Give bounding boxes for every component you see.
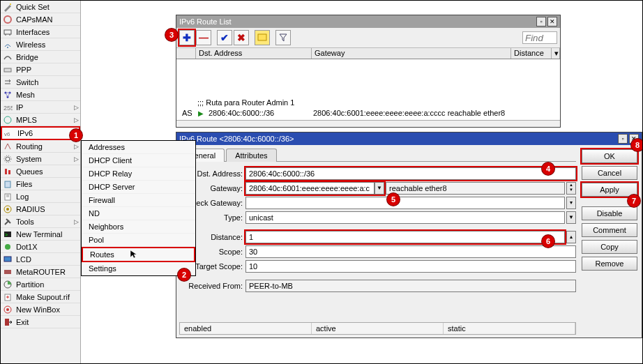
sidebar-label: Quick Set [16,3,50,11]
mesh-icon [2,89,13,100]
sidebar-item-mesh[interactable]: Mesh [1,89,80,101]
sidebar-item-new-winbox[interactable]: New WinBox [1,303,80,316]
chevron-right-icon: ▷ [74,143,79,150]
sidebar-label: Interfaces [16,28,50,36]
ok-button[interactable]: OK [582,149,637,163]
submenu-label: Firewall [89,196,115,204]
submenu-neighbors[interactable]: Neighbors [82,220,195,234]
sidebar-item-ipv6[interactable]: v6IPv6▷ [1,126,80,140]
sidebar-item-log[interactable]: Log [1,190,80,203]
gateway-input[interactable] [245,182,375,195]
sidebar-item-exit[interactable]: Exit [1,316,80,328]
route-list-toolbar: ✚ — ✔ ✖ [176,28,560,48]
sidebar-label: Tools [16,218,34,226]
disable-button[interactable]: ✖ [234,30,249,45]
submenu-dhcp-client[interactable]: DHCP Client [82,154,195,167]
check-gateway-dropdown[interactable]: ▾ [566,197,576,209]
submenu-label: DHCP Client [89,156,132,165]
submenu-pool[interactable]: Pool [82,234,195,247]
route-edit-titlebar[interactable]: IPv6 Route <2806:40c:6000::/36> ▫ ✕ [176,132,642,145]
comment-button[interactable] [255,30,270,45]
remove-button[interactable]: — [196,30,211,45]
exit-icon [2,317,13,328]
apply-button[interactable]: Apply [582,183,637,197]
submenu-firewall[interactable]: Firewall [82,194,195,207]
sidebar-item-bridge[interactable]: Bridge [1,51,80,63]
submenu-label: ND [89,209,100,218]
sidebar-item-dot1x[interactable]: Dot1X [1,241,80,253]
submenu-label: Routes [90,250,114,259]
sidebar-item-files[interactable]: Files [1,178,80,190]
type-dropdown[interactable]: ▼ [566,211,576,224]
sidebar-item-ip[interactable]: 255IP▷ [1,101,80,114]
step-badge-6: 6 [542,235,554,248]
tab-attributes[interactable]: Attributes [226,149,276,162]
dot1x-icon [2,241,13,252]
sidebar-item-wireless[interactable]: Wireless [1,38,80,51]
col-menu[interactable]: ▾ [552,48,560,59]
sidebar-item-make-supout[interactable]: Make Supout.rif [1,291,80,303]
copy-button[interactable]: Copy [582,240,637,254]
check-gateway-input[interactable] [245,197,565,209]
sidebar-label: Routing [16,142,43,151]
sidebar-item-tools[interactable]: Tools▷ [1,215,80,228]
cancel-button[interactable]: Cancel [582,166,637,180]
filter-button[interactable] [275,30,291,45]
route-row[interactable]: AS ▶ 2806:40c:6000::/36 2806:40c:6001:ee… [179,108,556,118]
add-button[interactable]: ✚ [179,30,195,45]
sidebar-item-system[interactable]: System▷ [1,153,80,165]
close-button[interactable]: ✕ [547,17,557,26]
comment-button[interactable]: Comment [582,223,637,237]
route-list-body[interactable]: ;;; Ruta para Router Admin 1 AS ▶ 2806:4… [176,59,560,121]
svg-rect-26 [4,257,11,261]
status-static: static [444,323,575,334]
row-received-from: Received From: [179,280,576,292]
sidebar-item-quick-set[interactable]: Quick Set [1,1,80,13]
minimize-button[interactable]: ▫ [536,17,546,26]
submenu-nd[interactable]: ND [82,207,195,220]
target-scope-input[interactable] [245,260,576,273]
sidebar-item-radius[interactable]: RADIUS [1,203,80,215]
dst-address-input[interactable] [245,167,576,180]
sidebar-item-metarouter[interactable]: MetaROUTER [1,266,80,278]
col-dst[interactable]: Dst. Address [196,48,312,59]
sidebar-label: New Terminal [16,230,62,238]
col-flag[interactable] [176,48,196,59]
sidebar-label: Log [16,192,29,201]
submenu-label: DHCP Server [89,183,135,191]
sidebar-label: Bridge [16,53,38,61]
disable-button[interactable]: Disable [582,206,637,220]
submenu-addresses[interactable]: Addresses [82,141,195,154]
minimize-button[interactable]: ▫ [618,134,628,144]
sidebar-item-interfaces[interactable]: Interfaces [1,26,80,38]
scope-input[interactable] [245,245,576,258]
gateway-dropdown[interactable]: ▼ [375,182,384,195]
gear-icon [2,153,13,165]
enable-button[interactable]: ✔ [217,30,232,45]
sidebar-item-routing[interactable]: Routing▷ [1,140,80,153]
submenu-routes[interactable]: Routes [82,247,195,262]
col-distance[interactable]: Distance [511,48,552,59]
route-list-titlebar[interactable]: IPv6 Route List ▫ ✕ [176,15,560,28]
distance-clear[interactable]: ▴ [566,231,576,243]
submenu-dhcp-server[interactable]: DHCP Server [82,181,195,194]
sidebar-item-lcd[interactable]: LCD [1,253,80,266]
sidebar-item-ppp[interactable]: PPP [1,63,80,76]
distance-input[interactable] [245,231,565,243]
sidebar-item-switch[interactable]: Switch [1,76,80,89]
remove-button[interactable]: Remove [582,257,637,271]
sidebar-item-mpls[interactable]: MPLS▷ [1,114,80,126]
sidebar-item-new-terminal[interactable]: >New Terminal [1,228,80,241]
type-input[interactable] [245,211,565,224]
col-gateway[interactable]: Gateway [312,48,511,59]
ipv6-submenu: Addresses DHCP Client DHCP Relay DHCP Se… [81,140,196,276]
find-input[interactable] [522,31,557,44]
svg-point-22 [6,208,9,211]
sidebar-item-queues[interactable]: Queues [1,165,80,178]
svg-rect-2 [4,30,11,34]
sidebar-item-capsman[interactable]: CAPsMAN [1,13,80,26]
svg-point-31 [6,308,9,311]
gateway-add-remove[interactable]: ▲▼ [566,182,576,195]
sidebar-item-partition[interactable]: Partition [1,278,80,291]
submenu-dhcp-relay[interactable]: DHCP Relay [82,167,195,181]
